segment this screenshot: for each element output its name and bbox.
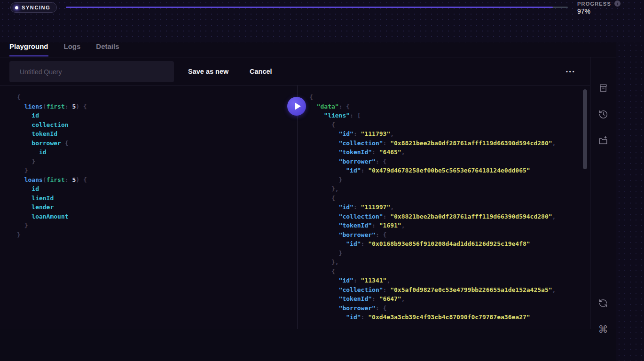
progress-info: PROGRESS i 97%	[577, 0, 620, 15]
tab-details[interactable]: Details	[96, 42, 119, 56]
refresh-icon[interactable]	[597, 297, 610, 310]
sync-status-badge: SYNCING	[10, 2, 57, 13]
code-line: "id": "111997",	[309, 203, 590, 212]
code-line: tokenId	[17, 129, 297, 139]
code-line: lender	[17, 203, 297, 212]
code-line: liens(first: 5) {	[17, 102, 297, 111]
run-query-button[interactable]	[287, 97, 306, 116]
code-line: loanAmount	[17, 212, 297, 221]
save-as-new-button[interactable]: Save as new	[188, 68, 228, 75]
code-line: "collection": "0x8821bee2ba0df28761afff1…	[309, 139, 590, 148]
code-line: "tokenId": "1691",	[309, 221, 590, 230]
history-icon[interactable]	[597, 108, 610, 121]
code-line: loans(first: 5) {	[17, 175, 297, 185]
code-line: {	[17, 93, 297, 102]
code-line: id	[17, 111, 297, 120]
new-folder-icon[interactable]	[597, 134, 610, 147]
code-line: }	[17, 166, 297, 175]
code-line: "collection": "0x5af0d9827e0c53e4799bb22…	[309, 285, 590, 295]
more-options-button[interactable]: •••	[566, 69, 576, 74]
tab-logs[interactable]: Logs	[64, 42, 81, 56]
query-editor[interactable]: { liens(first: 5) { id collection tokenI…	[0, 86, 298, 329]
code-line: "borrower": {	[309, 157, 590, 166]
code-line: collection	[17, 120, 297, 130]
query-code: { liens(first: 5) { id collection tokenI…	[0, 86, 297, 239]
sync-progress-bar	[66, 7, 568, 8]
result-code: { "data": { "liens": [ { "id": "111793",…	[298, 86, 590, 322]
code-line: id	[17, 184, 297, 194]
code-line: {	[309, 120, 590, 130]
code-line: "id": "111793",	[309, 129, 590, 139]
code-line: {	[309, 194, 590, 203]
code-line: lienId	[17, 194, 297, 203]
code-line: },	[309, 258, 590, 267]
header: SYNCING PROGRESS i 97%	[0, 0, 644, 42]
code-line: "id": "0x0168b93e856f910208d4ad1dd6126d9…	[309, 239, 590, 249]
code-line: },	[309, 184, 590, 194]
code-line: id	[17, 148, 297, 157]
code-line: borrower {	[17, 139, 297, 148]
code-line: "id": "11341",	[309, 276, 590, 285]
code-line: {	[309, 93, 590, 102]
code-line: "liens": [	[309, 111, 590, 120]
main-panel: PlaygroundLogsDetails Save as new Cancel…	[0, 42, 616, 329]
code-line: "collection": "0x8821bee2ba0df28761afff1…	[309, 212, 590, 221]
sync-dot-icon	[15, 6, 18, 9]
result-scrollbar-thumb[interactable]	[583, 89, 587, 169]
code-line: }	[17, 230, 297, 240]
icon-rail: ⌘	[590, 57, 616, 329]
info-icon[interactable]: i	[614, 0, 620, 7]
code-line: }	[17, 157, 297, 166]
save-query-icon[interactable]	[597, 81, 610, 94]
code-line: "id": "0xd4e3a3cb39c4f93cb4c87090f0c7978…	[309, 313, 590, 322]
tab-playground[interactable]: Playground	[9, 42, 48, 56]
code-line: "data": {	[309, 102, 590, 111]
right-margin	[616, 42, 644, 361]
code-line: "borrower": {	[309, 304, 590, 313]
sync-progress-fill	[66, 7, 553, 8]
cancel-button[interactable]: Cancel	[250, 68, 272, 75]
play-icon	[295, 102, 301, 110]
keyboard-shortcuts-icon[interactable]: ⌘	[597, 323, 610, 336]
sync-status-label: SYNCING	[22, 5, 50, 10]
code-line: "tokenId": "6465",	[309, 148, 590, 157]
code-line: {	[309, 267, 590, 276]
progress-value: 97%	[577, 8, 620, 15]
code-line: }	[17, 221, 297, 230]
code-line: }	[309, 175, 590, 185]
code-line: "borrower": {	[309, 230, 590, 240]
code-line: "id": "0x479d4678258ef00be5c5653e6764181…	[309, 166, 590, 175]
query-name-input[interactable]	[9, 61, 174, 82]
result-viewer[interactable]: { "data": { "liens": [ { "id": "111793",…	[298, 86, 590, 329]
query-toolbar: Save as new Cancel •••	[0, 57, 590, 86]
code-line: }	[309, 249, 590, 258]
tab-bar: PlaygroundLogsDetails	[0, 42, 616, 57]
progress-label: PROGRESS	[577, 1, 611, 7]
code-line: "tokenId": "6647",	[309, 294, 590, 304]
